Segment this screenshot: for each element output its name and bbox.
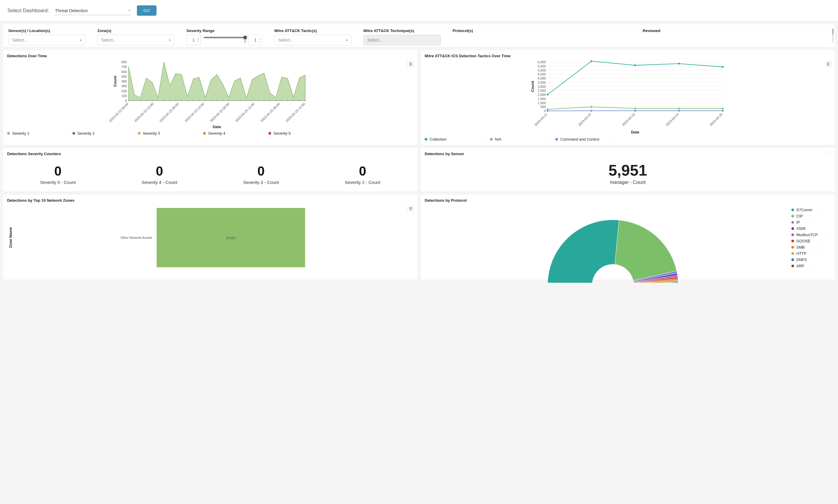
filters-scrollbar[interactable] [832,29,834,43]
svg-text:Count: Count [530,81,535,92]
dashboard-select[interactable]: Threat Detection ▼ [54,6,132,15]
drag-handle-icon[interactable]: ⋮⋮ [806,221,813,224]
svg-text:4,000: 4,000 [537,76,546,80]
svg-point-87 [722,108,724,109]
filter-zone-label: Zone(s) [98,29,175,33]
legend-dot-icon [791,240,794,242]
severity-low-input[interactable]: 1 ▲▼ [187,35,201,46]
filter-protocol: Protocol(s) [452,29,631,46]
drag-handle-icon[interactable]: ⋮⋮ [324,132,330,135]
svg-text:400: 400 [121,79,127,83]
legend-item[interactable]: Severity 4⋮⋮ [203,131,269,136]
drag-handle-icon[interactable]: ⋮⋮ [813,252,820,255]
legend-item[interactable]: N/A⋮⋮ [490,137,555,142]
protocol-legend-item[interactable]: CIP⋮⋮ [791,214,831,218]
legend-item[interactable]: Collection⋮⋮ [425,137,490,142]
sensor-count-value: 5,951 [425,161,831,179]
svg-text:2023-04-23 12:00: 2023-04-23 12:00 [184,102,205,123]
svg-text:2023-04-25 12:00: 2023-04-25 12:00 [285,102,306,123]
drag-handle-icon[interactable]: ⋮⋮ [128,132,134,135]
protocol-legend-item[interactable]: GOOSE⋮⋮ [791,239,831,243]
legend-dot-icon [269,132,271,135]
svg-text:2023-04-23: 2023-04-23 [621,112,635,127]
sensor-placeholder: Select... [12,38,27,42]
legend-item[interactable]: Severity 2⋮⋮ [72,131,138,136]
drag-handle-icon[interactable]: ⋮⋮ [193,132,200,135]
sensor-select[interactable]: Select... ▾ [8,35,86,46]
go-button[interactable]: GO [137,5,156,16]
svg-text:0: 0 [544,109,546,113]
legend-toggle-button[interactable] [407,205,414,212]
svg-point-84 [591,106,593,108]
legend-dot-icon [7,132,10,135]
drag-handle-icon[interactable]: ⋮⋮ [811,264,817,268]
drag-handle-icon[interactable]: ⋮⋮ [811,246,818,249]
protocol-legend-item[interactable]: IP⋮⋮ [791,220,831,224]
legend-item[interactable]: Severity 5⋮⋮ [269,131,334,136]
slider-thumb[interactable] [243,36,247,39]
zones-bar-chart: Other Network Assets26,661 [13,205,413,270]
svg-text:2023-04-25: 2023-04-25 [709,112,723,127]
legend-item[interactable]: Command and Control⋮⋮ [555,137,621,142]
technique-select[interactable]: Select... [363,35,441,46]
legend-toggle-button[interactable] [825,61,832,67]
panel-title: Detections by Protocol [425,198,831,203]
severity-high-input[interactable]: 1 ▲▼ [248,35,262,46]
protocol-legend-item[interactable]: ModbusTCP⋮⋮ [791,233,831,237]
filter-severity-label: Severity Range [187,29,262,33]
svg-point-89 [591,110,593,111]
protocol-legend-item[interactable]: X509⋮⋮ [791,226,831,231]
filter-severity: Severity Range 1 ▲▼ 1 1 ▲▼ [187,29,262,46]
drag-handle-icon[interactable]: ⋮⋮ [824,233,831,236]
svg-point-80 [634,65,636,66]
severity-counter: 0Severity 2 - Count [345,164,380,185]
svg-text:0: 0 [125,99,127,102]
technique-placeholder: Select... [367,38,382,42]
chevron-down-icon: ▾ [169,38,171,42]
stepper-icon: ▲▼ [259,37,261,43]
drag-handle-icon[interactable]: ⋮⋮ [62,132,69,135]
filter-technique: Mitre ATT&CK Technique(s) Select... [363,29,441,46]
drag-handle-icon[interactable]: ⋮⋮ [611,138,617,141]
panel-menu-icon[interactable]: ⋮⋮ [824,150,832,155]
drag-handle-icon[interactable]: ⋮⋮ [480,138,486,141]
legend-toggle-button[interactable] [407,61,414,67]
protocol-legend-item[interactable]: S7Comm⋮⋮ [791,208,831,212]
svg-text:500: 500 [541,105,546,109]
svg-text:5,500: 5,500 [537,65,546,68]
protocol-legend-item[interactable]: ARP⋮⋮ [791,264,831,268]
drag-handle-icon[interactable]: ⋮⋮ [812,227,818,230]
zones-y-label: Zone Name [7,227,13,248]
zone-select[interactable]: Select... ▾ [98,35,175,46]
counter-label: Severity 4 - Count [142,180,177,185]
svg-text:Count: Count [113,76,117,87]
legend-dot-icon [138,132,140,135]
select-dashboard-label: Select Dashboard: [7,8,49,14]
chevron-down-icon: ▾ [346,38,348,42]
drag-handle-icon[interactable]: ⋮⋮ [258,132,265,135]
severity-slider[interactable]: 1 [204,35,245,46]
legend-item[interactable]: Severity 3⋮⋮ [138,131,203,136]
svg-point-88 [547,110,548,112]
protocol-legend-item[interactable]: HTTP⋮⋮ [791,251,831,256]
panel-detections-over-time: Detections Over Time 0100200300400500600… [3,50,417,145]
drag-handle-icon[interactable]: ⋮⋮ [819,208,825,212]
filter-technique-label: Mitre ATT&CK Technique(s) [363,29,441,33]
legend-dot-icon [791,233,794,236]
svg-text:500: 500 [121,75,127,78]
svg-text:3,000: 3,000 [537,85,546,88]
drag-handle-icon[interactable]: ⋮⋮ [809,215,816,218]
svg-text:2023-04-24: 2023-04-24 [665,112,680,127]
stepper-icon: ▲▼ [197,37,199,43]
protocol-legend-item[interactable]: DNP3⋮⋮ [791,257,831,262]
protocol-legend-item[interactable]: SMB⋮⋮ [791,245,831,250]
drag-handle-icon[interactable]: ⋮⋮ [813,258,820,262]
legend-dot-icon [791,221,794,224]
svg-text:700: 700 [121,65,127,69]
drag-handle-icon[interactable]: ⋮⋮ [817,239,823,242]
tactic-select[interactable]: Select... ▾ [274,35,352,46]
filter-protocol-label: Protocol(s) [452,29,631,33]
counters-row: 0Severity 5 - Count0Severity 4 - Count0S… [7,158,413,187]
drag-handle-icon[interactable]: ⋮⋮ [545,138,552,141]
legend-item[interactable]: Severity 1⋮⋮ [7,131,72,136]
